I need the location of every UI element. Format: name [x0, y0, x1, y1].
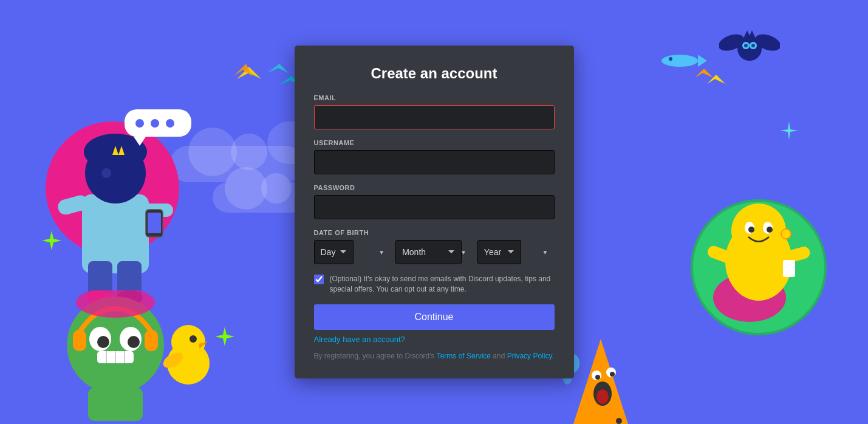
terms-of-service-link[interactable]: Terms of Service	[437, 352, 491, 360]
dob-month-wrapper: Month JanuaryFebruary MarchApril MayJune…	[395, 240, 473, 264]
username-label: USERNAME	[314, 139, 555, 146]
email-opt-in-checkbox[interactable]	[314, 275, 324, 284]
already-account-link[interactable]: Already have an account?	[314, 335, 555, 344]
modal-backdrop: Create an account EMAIL USERNAME PASSWOR…	[0, 0, 868, 424]
terms-prefix: By registering, you agree to Discord's	[314, 352, 437, 360]
username-input[interactable]	[314, 150, 555, 174]
username-form-group: USERNAME	[314, 139, 555, 174]
dob-day-chevron-icon: ▼	[378, 249, 384, 256]
password-form-group: PASSWORD	[314, 184, 555, 219]
dob-year-wrapper: Year 202420232010 200520001995 199019851…	[477, 240, 555, 264]
terms-suffix: .	[552, 352, 554, 360]
dob-day-wrapper: Day 123 456 789 101520 252829 3031 ▼	[314, 240, 391, 264]
dob-label: DATE OF BIRTH	[314, 229, 555, 236]
dob-year-select[interactable]: Year 202420232010 200520001995 199019851…	[477, 240, 521, 264]
password-label: PASSWORD	[314, 184, 555, 191]
email-label: EMAIL	[314, 94, 555, 101]
email-input[interactable]	[314, 105, 555, 129]
email-opt-in-label: (Optional) It's okay to send me emails w…	[330, 274, 555, 295]
dob-month-select[interactable]: Month JanuaryFebruary MarchApril MayJune…	[395, 240, 462, 264]
password-input[interactable]	[314, 195, 555, 219]
continue-button[interactable]: Continue	[314, 304, 555, 330]
terms-text: By registering, you agree to Discord's T…	[314, 351, 555, 361]
dob-form-group: DATE OF BIRTH Day 123 456 789 101520 252…	[314, 229, 555, 264]
email-opt-in-row: (Optional) It's okay to send me emails w…	[314, 274, 555, 295]
terms-and: and	[491, 352, 507, 360]
dob-day-select[interactable]: Day 123 456 789 101520 252829 3031	[314, 240, 354, 264]
dob-year-chevron-icon: ▼	[542, 249, 548, 256]
dob-selects-container: Day 123 456 789 101520 252829 3031 ▼ Mon…	[314, 240, 555, 264]
email-form-group: EMAIL	[314, 94, 555, 129]
create-account-modal: Create an account EMAIL USERNAME PASSWOR…	[295, 46, 574, 378]
privacy-policy-link[interactable]: Privacy Policy	[507, 352, 552, 360]
modal-title: Create an account	[314, 65, 555, 82]
